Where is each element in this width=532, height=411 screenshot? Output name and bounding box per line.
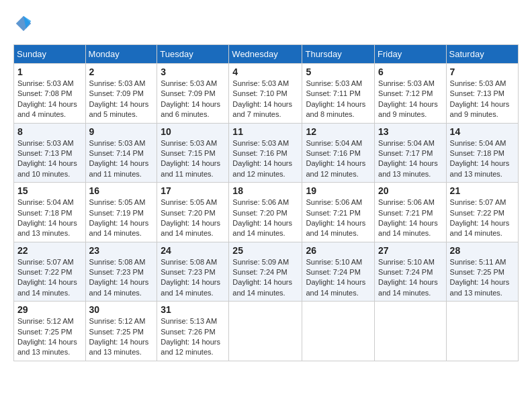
- day-info: Sunrise: 5:03 AM Sunset: 7:13 PM Dayligh…: [17, 138, 82, 180]
- day-info: Sunrise: 5:11 AM Sunset: 7:25 PM Dayligh…: [450, 257, 515, 299]
- sunset-label: Sunset: 7:10 PM: [232, 89, 287, 97]
- day-number: 20: [378, 185, 443, 196]
- daylight-label: Daylight: 14 hours and 13 minutes.: [17, 219, 77, 237]
- sunrise-label: Sunrise: 5:03 AM: [378, 79, 435, 87]
- calendar-cell: 6 Sunrise: 5:03 AM Sunset: 7:12 PM Dayli…: [375, 64, 447, 124]
- daylight-label: Daylight: 14 hours and 14 minutes.: [232, 219, 292, 237]
- sunset-label: Sunset: 7:24 PM: [306, 268, 360, 276]
- sunset-label: Sunset: 7:21 PM: [306, 209, 360, 217]
- calendar-cell: 2 Sunrise: 5:03 AM Sunset: 7:09 PM Dayli…: [85, 64, 157, 124]
- calendar-cell: 17 Sunrise: 5:05 AM Sunset: 7:20 PM Dayl…: [157, 183, 229, 242]
- sunrise-label: Sunrise: 5:05 AM: [161, 198, 217, 206]
- sunset-label: Sunset: 7:11 PM: [306, 89, 360, 97]
- day-info: Sunrise: 5:10 AM Sunset: 7:24 PM Dayligh…: [378, 257, 443, 299]
- day-number: 29: [17, 304, 82, 315]
- header-tuesday: Tuesday: [157, 45, 229, 64]
- daylight-label: Daylight: 14 hours and 13 minutes.: [450, 159, 510, 177]
- day-info: Sunrise: 5:06 AM Sunset: 7:21 PM Dayligh…: [306, 197, 371, 239]
- logo: [13, 13, 36, 34]
- sunrise-label: Sunrise: 5:04 AM: [450, 139, 506, 147]
- sunset-label: Sunset: 7:25 PM: [450, 268, 504, 276]
- header-monday: Monday: [85, 45, 157, 64]
- calendar-cell: 18 Sunrise: 5:06 AM Sunset: 7:20 PM Dayl…: [229, 183, 302, 242]
- day-number: 31: [161, 304, 225, 315]
- day-number: 7: [450, 66, 515, 77]
- sunset-label: Sunset: 7:08 PM: [17, 89, 72, 97]
- daylight-label: Daylight: 14 hours and 14 minutes.: [161, 278, 220, 296]
- header-saturday: Saturday: [446, 45, 518, 64]
- sunset-label: Sunset: 7:24 PM: [378, 268, 433, 276]
- day-number: 12: [306, 126, 371, 137]
- sunrise-label: Sunrise: 5:11 AM: [450, 258, 506, 266]
- day-number: 16: [89, 185, 154, 196]
- sunset-label: Sunset: 7:18 PM: [17, 209, 72, 217]
- day-info: Sunrise: 5:03 AM Sunset: 7:08 PM Dayligh…: [17, 79, 82, 120]
- sunset-label: Sunset: 7:09 PM: [161, 89, 215, 97]
- day-number: 2: [89, 66, 154, 77]
- calendar-cell: 19 Sunrise: 5:06 AM Sunset: 7:21 PM Dayl…: [302, 183, 375, 242]
- day-info: Sunrise: 5:12 AM Sunset: 7:25 PM Dayligh…: [17, 316, 82, 358]
- day-info: Sunrise: 5:07 AM Sunset: 7:22 PM Dayligh…: [450, 197, 515, 239]
- day-number: 9: [89, 126, 154, 137]
- sunrise-label: Sunrise: 5:04 AM: [17, 198, 74, 206]
- day-number: 5: [306, 66, 371, 77]
- daylight-label: Daylight: 14 hours and 12 minutes.: [306, 159, 365, 177]
- calendar-cell: 13 Sunrise: 5:04 AM Sunset: 7:17 PM Dayl…: [375, 123, 447, 183]
- day-info: Sunrise: 5:05 AM Sunset: 7:20 PM Dayligh…: [161, 197, 225, 239]
- calendar-cell: [375, 302, 447, 361]
- sunrise-label: Sunrise: 5:08 AM: [89, 258, 146, 266]
- daylight-label: Daylight: 14 hours and 11 minutes.: [89, 159, 149, 177]
- week-row-1: 1 Sunrise: 5:03 AM Sunset: 7:08 PM Dayli…: [14, 64, 519, 124]
- sunset-label: Sunset: 7:20 PM: [232, 209, 287, 217]
- sunset-label: Sunset: 7:21 PM: [378, 209, 433, 217]
- day-info: Sunrise: 5:04 AM Sunset: 7:17 PM Dayligh…: [378, 138, 443, 180]
- day-number: 21: [450, 185, 515, 196]
- day-number: 11: [232, 126, 298, 137]
- day-info: Sunrise: 5:12 AM Sunset: 7:25 PM Dayligh…: [89, 316, 154, 358]
- sunset-label: Sunset: 7:12 PM: [378, 89, 433, 97]
- calendar-cell: [446, 302, 518, 361]
- calendar-cell: 27 Sunrise: 5:10 AM Sunset: 7:24 PM Dayl…: [375, 242, 447, 302]
- day-info: Sunrise: 5:03 AM Sunset: 7:14 PM Dayligh…: [89, 138, 154, 180]
- sunrise-label: Sunrise: 5:03 AM: [306, 79, 362, 87]
- sunset-label: Sunset: 7:23 PM: [89, 268, 144, 276]
- day-info: Sunrise: 5:07 AM Sunset: 7:22 PM Dayligh…: [17, 257, 82, 299]
- sunset-label: Sunset: 7:16 PM: [306, 149, 360, 157]
- calendar-cell: 21 Sunrise: 5:07 AM Sunset: 7:22 PM Dayl…: [446, 183, 518, 242]
- daylight-label: Daylight: 14 hours and 9 minutes.: [378, 100, 438, 118]
- header-thursday: Thursday: [302, 45, 375, 64]
- day-info: Sunrise: 5:10 AM Sunset: 7:24 PM Dayligh…: [306, 257, 371, 299]
- daylight-label: Daylight: 14 hours and 13 minutes.: [378, 159, 438, 177]
- day-info: Sunrise: 5:08 AM Sunset: 7:23 PM Dayligh…: [161, 257, 225, 299]
- calendar-cell: 29 Sunrise: 5:12 AM Sunset: 7:25 PM Dayl…: [14, 302, 86, 361]
- sunrise-label: Sunrise: 5:10 AM: [378, 258, 435, 266]
- day-info: Sunrise: 5:13 AM Sunset: 7:26 PM Dayligh…: [161, 316, 225, 358]
- sunset-label: Sunset: 7:22 PM: [450, 209, 504, 217]
- calendar-cell: [229, 302, 302, 361]
- day-number: 6: [378, 66, 443, 77]
- day-info: Sunrise: 5:04 AM Sunset: 7:18 PM Dayligh…: [450, 138, 515, 180]
- week-row-4: 22 Sunrise: 5:07 AM Sunset: 7:22 PM Dayl…: [14, 242, 519, 302]
- calendar-cell: 25 Sunrise: 5:09 AM Sunset: 7:24 PM Dayl…: [229, 242, 302, 302]
- header-wednesday: Wednesday: [229, 45, 302, 64]
- sunrise-label: Sunrise: 5:10 AM: [306, 258, 362, 266]
- daylight-label: Daylight: 14 hours and 12 minutes.: [232, 159, 292, 177]
- calendar-cell: 7 Sunrise: 5:03 AM Sunset: 7:13 PM Dayli…: [446, 64, 518, 124]
- daylight-label: Daylight: 14 hours and 5 minutes.: [89, 100, 149, 118]
- calendar-cell: 5 Sunrise: 5:03 AM Sunset: 7:11 PM Dayli…: [302, 64, 375, 124]
- page-header: [13, 13, 519, 34]
- day-info: Sunrise: 5:06 AM Sunset: 7:20 PM Dayligh…: [232, 197, 298, 239]
- daylight-label: Daylight: 14 hours and 14 minutes.: [17, 278, 77, 296]
- sunset-label: Sunset: 7:24 PM: [232, 268, 287, 276]
- day-info: Sunrise: 5:08 AM Sunset: 7:23 PM Dayligh…: [89, 257, 154, 299]
- sunset-label: Sunset: 7:18 PM: [450, 149, 504, 157]
- daylight-label: Daylight: 14 hours and 14 minutes.: [161, 219, 220, 237]
- day-number: 26: [306, 245, 371, 256]
- sunset-label: Sunset: 7:14 PM: [89, 149, 144, 157]
- calendar-cell: 26 Sunrise: 5:10 AM Sunset: 7:24 PM Dayl…: [302, 242, 375, 302]
- daylight-label: Daylight: 14 hours and 13 minutes.: [89, 338, 149, 356]
- day-info: Sunrise: 5:03 AM Sunset: 7:12 PM Dayligh…: [378, 79, 443, 120]
- day-info: Sunrise: 5:06 AM Sunset: 7:21 PM Dayligh…: [378, 197, 443, 239]
- header-friday: Friday: [375, 45, 447, 64]
- sunrise-label: Sunrise: 5:03 AM: [232, 139, 289, 147]
